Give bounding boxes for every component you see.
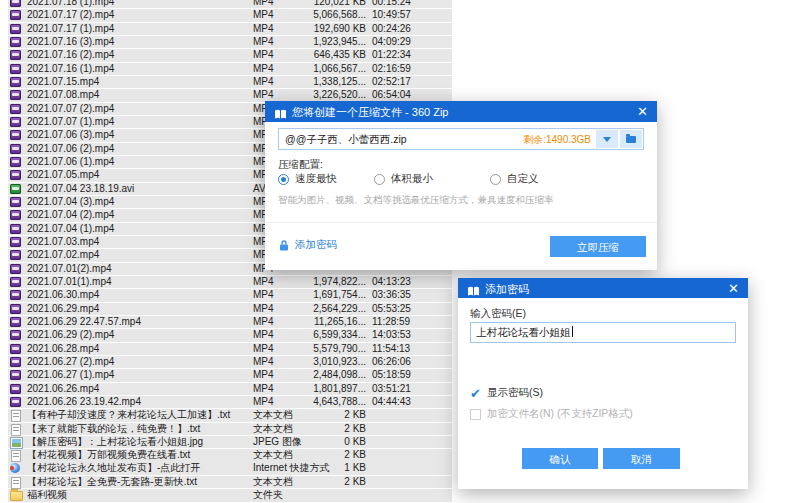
file-row[interactable]: 2021.07.17 (2).mp4MP45,066,568...10:49:5… xyxy=(8,9,452,21)
password-dialog-titlebar[interactable]: 添加密码 ✕ xyxy=(458,278,748,298)
mp4-file-icon xyxy=(10,77,21,87)
file-row[interactable]: 2021.07.16 (1).mp4MP41,066,567...02:16:5… xyxy=(8,63,452,75)
encrypt-filenames-label: 加密文件名(N) (不支持ZIP格式) xyxy=(487,407,633,421)
file-row[interactable]: 福利视频文件夹 xyxy=(8,489,452,501)
file-row[interactable]: 2021.06.28.mp4MP45,579,790...11:54:13 xyxy=(8,343,452,355)
file-duration: 14:03:53 xyxy=(372,329,411,342)
mp4-file-icon xyxy=(10,397,21,407)
file-name: 【有种子却没速度？来村花论坛人工加速】.txt xyxy=(27,409,230,422)
file-row[interactable]: 2021.07.15.mp4MP41,338,125...02:52:17 xyxy=(8,76,452,88)
file-name: 2021.06.29 (2).mp4 xyxy=(27,329,114,342)
file-duration: 00:24:26 xyxy=(372,23,411,36)
file-row[interactable]: 2021.07.18 (1).mp4MP4120,021 KB00:15:24 xyxy=(8,0,452,8)
file-duration: 02:16:59 xyxy=(372,63,411,76)
file-row[interactable]: 2021.06.26.mp4MP41,801,897...03:51:21 xyxy=(8,383,452,395)
file-name: 2021.07.06 (2).mp4 xyxy=(27,143,114,156)
file-name: 2021.06.30.mp4 xyxy=(27,289,99,302)
file-row[interactable]: 【有种子却没速度？来村花论坛人工加速】.txt文本文档2 KB xyxy=(8,409,452,421)
file-name: 2021.07.01(2).mp4 xyxy=(27,263,112,276)
file-row[interactable]: 2021.06.29.mp4MP42,564,229...05:53:25 xyxy=(8,303,452,315)
file-row[interactable]: 2021.07.16 (3).mp4MP41,923,945...04:09:2… xyxy=(8,36,452,48)
mp4-file-icon xyxy=(10,290,21,300)
file-duration: 05:53:25 xyxy=(372,303,411,316)
radio-custom-label: 自定义 xyxy=(507,172,539,186)
mp4-file-icon xyxy=(10,237,21,247)
file-size: 0 KB xyxy=(284,436,366,449)
file-row[interactable]: 2021.07.16 (2).mp4MP4646,435 KB01:22:34 xyxy=(8,49,452,61)
file-row[interactable]: 【村花论坛】全免费-无套路-更新快.txt文本文档2 KB xyxy=(8,476,452,488)
file-row[interactable]: 2021.06.27 (1).mp4MP42,484,098...05:18:5… xyxy=(8,369,452,381)
file-row[interactable]: 2021.06.26 23.19.42.mp4MP44,643,788...04… xyxy=(8,396,452,408)
file-row[interactable]: 2021.06.29 22.47.57.mp4MP411,265,16...11… xyxy=(8,316,452,328)
radio-fastest-label: 速度最快 xyxy=(295,172,337,186)
file-duration: 00:15:24 xyxy=(372,0,411,9)
mp4-file-icon xyxy=(10,130,21,140)
file-type: MP4 xyxy=(253,276,274,289)
file-row[interactable]: 【村花视频】万部视频免费在线看.txt文本文档2 KB xyxy=(8,449,452,461)
file-size: 1,923,945... xyxy=(284,36,366,49)
mp4-file-icon xyxy=(10,344,21,354)
file-name: 2021.07.16 (2).mp4 xyxy=(27,49,114,62)
archive-name-input[interactable]: @@子子西、小蕾西西.zip 剩余:1490.3GB xyxy=(278,128,644,150)
txt-file-icon xyxy=(11,410,21,422)
encrypt-filenames-checkbox[interactable]: 加密文件名(N) (不支持ZIP格式) xyxy=(470,407,633,421)
file-row[interactable]: 2021.06.27 (2).mp4MP43,010,923...06:26:0… xyxy=(8,356,452,368)
file-type: MP4 xyxy=(253,329,274,342)
avi-file-icon xyxy=(10,184,21,194)
file-name: 2021.07.16 (1).mp4 xyxy=(27,63,114,76)
file-type: MP4 xyxy=(253,9,274,22)
save-path-dropdown-button[interactable] xyxy=(596,130,618,148)
mp4-file-icon xyxy=(10,384,21,394)
radio-smallest[interactable]: 体积最小 xyxy=(374,172,433,186)
browse-folder-button[interactable] xyxy=(620,130,642,148)
file-name: 【村花论坛永久地址发布页】-点此打开 xyxy=(27,462,200,475)
file-row[interactable]: 2021.06.29 (2).mp4MP46,599,334...14:03:5… xyxy=(8,329,452,341)
file-row[interactable]: 2021.07.17 (1).mp4MP4192,690 KB00:24:26 xyxy=(8,23,452,35)
file-duration: 04:13:23 xyxy=(372,276,411,289)
file-name: 2021.07.08.mp4 xyxy=(27,89,99,102)
file-row[interactable]: 2021.06.30.mp4MP41,691,754...03:36:35 xyxy=(8,289,452,301)
txt-file-icon xyxy=(11,477,21,489)
file-row[interactable]: 【解压密码】：上村花论坛看小姐姐.jpgJPEG 图像0 KB xyxy=(8,436,452,448)
file-name: 2021.07.06 (3).mp4 xyxy=(27,129,114,142)
cancel-button[interactable]: 取消 xyxy=(603,448,680,469)
compress-now-button[interactable]: 立即压缩 xyxy=(550,236,646,257)
close-icon[interactable]: ✕ xyxy=(637,104,648,119)
file-name: 2021.06.27 (1).mp4 xyxy=(27,369,114,382)
file-size: 192,690 KB xyxy=(284,23,366,36)
show-password-checkbox[interactable]: ✔ 显示密码(S) xyxy=(470,386,543,400)
file-row[interactable]: 2021.07.01(1).mp4MP41,974,822...04:13:23 xyxy=(8,276,452,288)
mp4-file-icon xyxy=(10,317,21,327)
file-size: 1,691,754... xyxy=(284,289,366,302)
mp4-file-icon xyxy=(10,357,21,367)
password-input[interactable]: 上村花论坛看小姐姐 xyxy=(470,322,736,343)
add-password-link[interactable]: 添加密码 xyxy=(278,238,337,252)
divider xyxy=(265,222,657,223)
file-name: 2021.06.26.mp4 xyxy=(27,383,99,396)
file-size: 646,435 KB xyxy=(284,49,366,62)
file-name: 2021.07.17 (1).mp4 xyxy=(27,23,114,36)
file-row[interactable]: 【来了就能下载的论坛，纯免费！】.txt文本文档2 KB xyxy=(8,423,452,435)
radio-custom[interactable]: 自定义 xyxy=(490,172,539,186)
mp4-file-icon xyxy=(10,250,21,260)
file-name: 【解压密码】：上村花论坛看小姐姐.jpg xyxy=(27,436,203,449)
file-size: 1 KB xyxy=(284,462,366,475)
mp4-file-icon xyxy=(10,170,21,180)
mp4-file-icon xyxy=(10,330,21,340)
radio-unselected-icon xyxy=(374,174,385,185)
file-row[interactable]: 2021.07.08.mp4MP43,226,520...06:54:04 xyxy=(8,89,452,101)
radio-fastest[interactable]: 速度最快 xyxy=(278,172,337,186)
password-input-label: 输入密码(E) xyxy=(470,307,526,321)
password-dialog: 添加密码 ✕ 输入密码(E) 上村花论坛看小姐姐 ✔ 显示密码(S) 加密文件名… xyxy=(458,278,748,489)
file-duration: 02:52:17 xyxy=(372,76,411,89)
file-duration: 04:09:29 xyxy=(372,36,411,49)
close-icon[interactable]: ✕ xyxy=(728,281,739,296)
file-duration: 01:22:34 xyxy=(372,49,411,62)
file-type: MP4 xyxy=(253,356,274,369)
file-size: 1,974,822... xyxy=(284,276,366,289)
file-type: MP4 xyxy=(253,49,274,62)
zip-dialog-titlebar[interactable]: 您将创建一个压缩文件 - 360 Zip ✕ xyxy=(265,101,657,122)
confirm-button[interactable]: 确认 xyxy=(522,448,598,469)
zip-app-icon xyxy=(467,283,480,301)
file-row[interactable]: 【村花论坛永久地址发布页】-点此打开Internet 快捷方式1 KB xyxy=(8,462,452,474)
